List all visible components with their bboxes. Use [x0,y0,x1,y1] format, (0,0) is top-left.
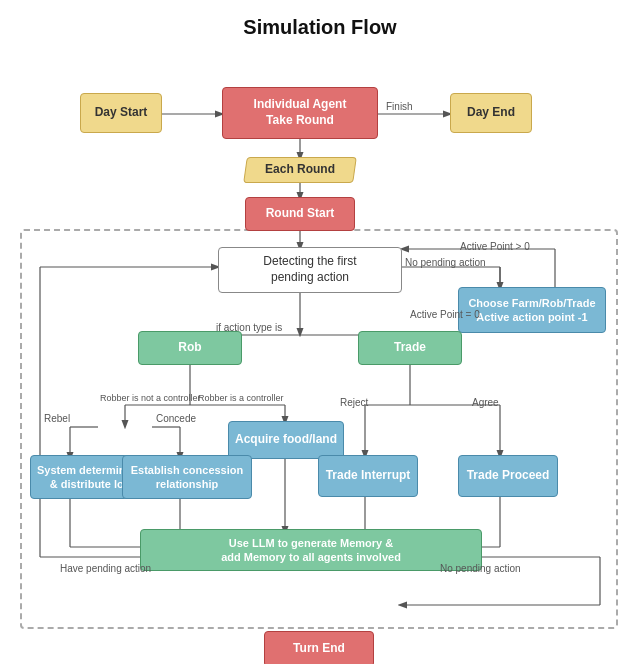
day-end-box: Day End [450,93,532,133]
individual-agent-box: Individual Agent Take Round [222,87,378,139]
page: Simulation Flow [0,0,640,664]
trade-proceed-box: Trade Proceed [458,455,558,497]
each-round-box: Each Round [243,157,357,183]
trade-interrupt-box: Trade Interrupt [318,455,418,497]
rebel-label: Rebel [44,413,70,424]
detecting-box: Detecting the first pending action [218,247,402,293]
agree-label: Agree [472,397,499,408]
finish-label: Finish [386,101,413,112]
active-point-0-label: Active Point = 0 [410,309,480,320]
flow-diagram: Day Start Individual Agent Take Round Da… [20,57,620,664]
active-point-gt0-label: Active Point > 0 [460,241,530,252]
if-action-type-label: if action type is [216,322,282,333]
have-pending-label: Have pending action [60,563,151,574]
day-start-box: Day Start [80,93,162,133]
robber-not-controller-label: Robber is not a controller [100,393,201,403]
concede-label: Concede [156,413,196,424]
robber-is-controller-label: Robber is a controller [198,393,284,403]
round-start-box: Round Start [245,197,355,231]
establish-concession-box: Establish concession relationship [122,455,252,499]
choose-farm-box: Choose Farm/Rob/Trade Active action poin… [458,287,606,333]
acquire-box: Acquire food/land [228,421,344,459]
reject-label: Reject [340,397,368,408]
trade-box: Trade [358,331,462,365]
no-pending-bottom-label: No pending action [440,563,521,574]
rob-box: Rob [138,331,242,365]
page-title: Simulation Flow [20,16,620,39]
use-llm-box: Use LLM to generate Memory & add Memory … [140,529,482,571]
no-pending-top-label: No pending action [405,257,486,268]
turn-end-box: Turn End [264,631,374,664]
